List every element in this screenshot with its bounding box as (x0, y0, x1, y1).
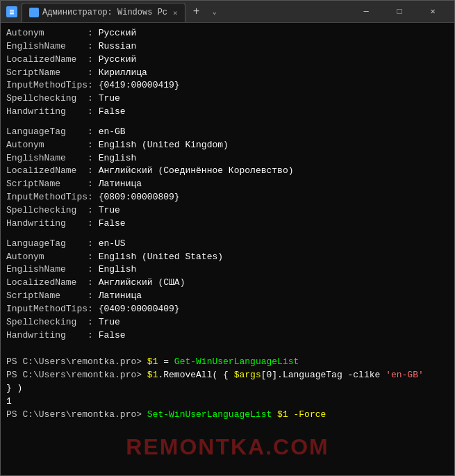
window-controls: ─ □ ✕ (350, 1, 449, 23)
command-line: PS C:\Users\remontka.pro> $1 = Get-WinUs… (6, 356, 449, 369)
list-item: Spellchecking : True (6, 316, 449, 329)
list-item: ScriptName : Латиница (6, 290, 449, 303)
close-button[interactable]: ✕ (417, 1, 449, 23)
command-line: } ) (6, 382, 449, 395)
list-item: EnglishName : Russian (6, 40, 449, 54)
list-item: Handwriting : False (6, 329, 449, 343)
list-item: InputMethodTips: {0809:00000809} (6, 191, 449, 204)
command-line: PS C:\Users\remontka.pro> Set-WinUserLan… (6, 409, 449, 422)
list-item: Spellchecking : True (6, 92, 449, 106)
new-tab-button[interactable]: + (185, 1, 208, 23)
active-tab[interactable]: Администратор: Windows Pc ✕ (22, 3, 185, 22)
tab-dropdown-button[interactable]: ⌄ (208, 1, 222, 23)
list-item: InputMethodTips: {0419:00000419} (6, 79, 449, 92)
command-line: PS C:\Users\remontka.pro> $1.RemoveAll( … (6, 369, 449, 382)
svg-rect-3 (10, 13, 14, 15)
tab-close-button[interactable]: ✕ (173, 8, 178, 17)
svg-rect-2 (10, 11, 14, 13)
list-item: ScriptName : Латиница (6, 178, 449, 191)
titlebar-icon (6, 6, 17, 17)
list-item: LanguageTag : en-US (6, 238, 449, 251)
minimize-button[interactable]: ─ (350, 1, 382, 23)
maximize-button[interactable]: □ (383, 1, 415, 23)
list-item: Autonym : English (United States) (6, 251, 449, 264)
list-item: LocalizedName : Русский (6, 54, 449, 67)
window: Администратор: Windows Pc ✕ + ⌄ ─ □ ✕ Au… (0, 0, 455, 476)
list-item: Autonym : Русский (6, 27, 449, 40)
list-item: EnglishName : English (6, 152, 449, 165)
list-item: EnglishName : English (6, 263, 449, 277)
tab-icon (29, 8, 39, 17)
tab-title: Администратор: Windows Pc (42, 8, 167, 17)
list-item: InputMethodTips: {0409:00000409} (6, 303, 449, 316)
list-item: LocalizedName : Английский (Соединённое … (6, 165, 449, 178)
list-item: Handwriting : False (6, 106, 449, 119)
list-item: LocalizedName : Английский (США) (6, 277, 449, 290)
terminal-content: Autonym : Русский EnglishName : Russian … (1, 23, 454, 475)
list-item: LanguageTag : en-GB (6, 126, 449, 139)
list-item: ScriptName : Кириллица (6, 67, 449, 80)
list-item: Handwriting : False (6, 218, 449, 231)
list-item: Autonym : English (United Kingdom) (6, 139, 449, 152)
list-item: Spellchecking : True (6, 204, 449, 218)
output-line: 1 (6, 395, 449, 409)
svg-rect-1 (10, 10, 14, 11)
titlebar: Администратор: Windows Pc ✕ + ⌄ ─ □ ✕ (1, 1, 454, 23)
